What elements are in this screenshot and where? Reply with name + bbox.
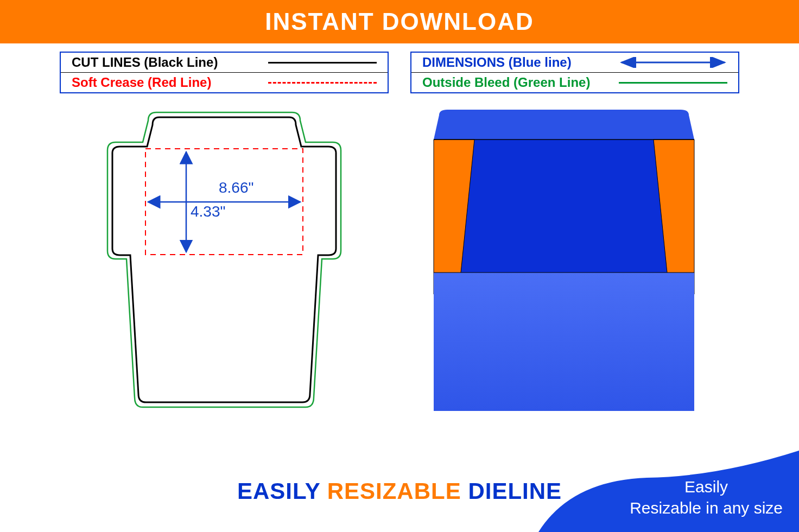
legend-cut-lines: CUT LINES (Black Line) — [61, 53, 388, 73]
line-sample-green — [619, 82, 727, 84]
corner-text: Easily Resizable in any size — [630, 476, 783, 518]
legend-dimensions: DIMENSIONS (Blue line) — [411, 53, 738, 73]
top-banner: INSTANT DOWNLOAD — [0, 0, 799, 43]
dim-width: 8.66" — [219, 179, 253, 197]
svg-rect-6 — [434, 273, 694, 411]
corner-line2: Resizable in any size — [630, 497, 783, 518]
tag-word-1: EASILY — [237, 478, 320, 504]
banner-title: INSTANT DOWNLOAD — [265, 8, 534, 35]
legend-right: DIMENSIONS (Blue line) Outside Bleed (Gr… — [410, 52, 739, 93]
line-sample-red — [268, 82, 377, 84]
line-sample-blue-arrow — [619, 57, 727, 68]
legend-label: Outside Bleed (Green Line) — [422, 75, 590, 90]
corner-badge: Easily Resizable in any size — [538, 451, 799, 532]
content-area: 8.66" 4.33" — [0, 93, 799, 435]
legend-soft-crease: Soft Crease (Red Line) — [61, 73, 388, 92]
dim-height: 4.33" — [191, 203, 225, 220]
corner-line1: Easily — [630, 476, 783, 497]
legend-row: CUT LINES (Black Line) Soft Crease (Red … — [0, 43, 799, 93]
dieline-diagram: 8.66" 4.33" — [94, 110, 354, 414]
svg-rect-4 — [434, 140, 694, 294]
legend-label: Soft Crease (Red Line) — [72, 75, 211, 90]
legend-label: CUT LINES (Black Line) — [72, 55, 218, 70]
tag-word-2: RESIZABLE — [327, 478, 461, 504]
envelope-mockup — [423, 110, 705, 414]
line-sample-black — [268, 62, 377, 64]
legend-label: DIMENSIONS (Blue line) — [422, 55, 572, 70]
bottom-row: EASILY RESIZABLE DIELINE Easily Resizabl… — [0, 451, 799, 532]
legend-bleed: Outside Bleed (Green Line) — [411, 73, 738, 92]
legend-left: CUT LINES (Black Line) Soft Crease (Red … — [60, 52, 389, 93]
